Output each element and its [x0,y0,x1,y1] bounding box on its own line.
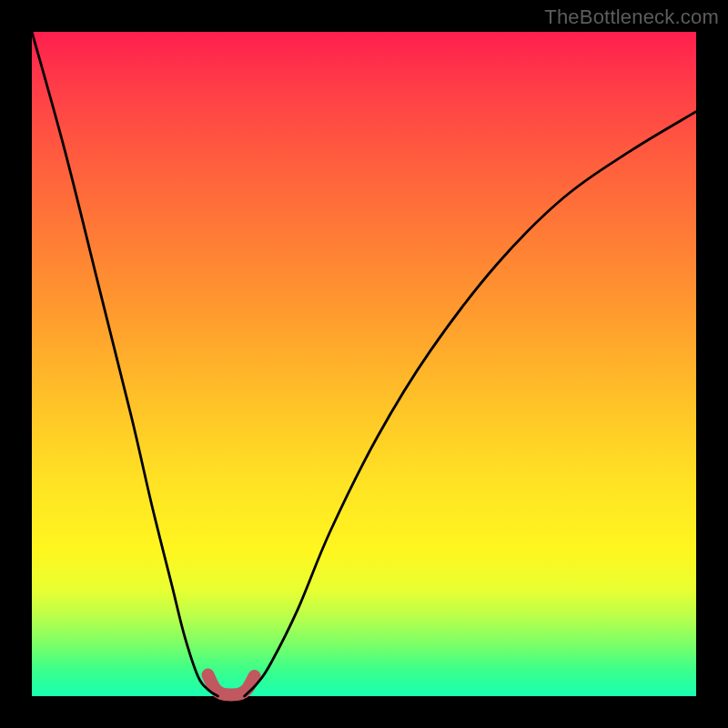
curve-layer [32,32,696,696]
right-curve [245,112,696,696]
left-curve [32,32,217,696]
watermark-text: TheBottleneck.com [544,5,719,29]
chart-frame: TheBottleneck.com [0,0,728,728]
plot-area [32,32,696,696]
